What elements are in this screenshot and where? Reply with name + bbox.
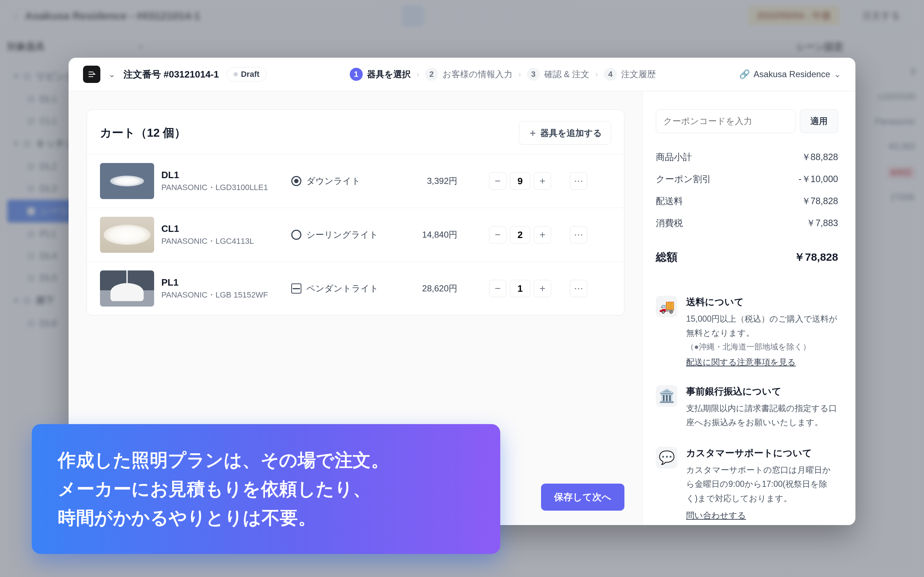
qty-input[interactable] bbox=[510, 280, 530, 297]
chevron-right-icon: › bbox=[417, 69, 419, 79]
item-code: CL1 bbox=[162, 223, 284, 234]
qty-input[interactable] bbox=[510, 226, 530, 243]
qty-increase-button[interactable]: + bbox=[534, 226, 551, 243]
summary-value: ￥7,883 bbox=[806, 217, 838, 229]
status-dot-icon bbox=[234, 72, 238, 76]
summary-value: ￥78,828 bbox=[802, 195, 838, 207]
item-code: PL1 bbox=[162, 277, 284, 288]
step-indicator: 1 器具を選択 › 2 お客様の情報入力 › 3 確認 & 注文 › 4 注文履… bbox=[350, 68, 656, 81]
more-options-button[interactable]: ⋯ bbox=[570, 226, 587, 243]
product-thumbnail bbox=[100, 163, 154, 199]
product-thumbnail bbox=[100, 217, 154, 253]
ceilinglight-icon bbox=[291, 230, 301, 240]
chevron-down-icon[interactable]: ⌄ bbox=[108, 69, 115, 79]
promo-line: 時間がかかるやりとりは不要。 bbox=[58, 503, 474, 532]
more-options-button[interactable]: ⋯ bbox=[570, 280, 587, 297]
promo-line: メーカーにお見積もりを依頼したり、 bbox=[58, 475, 474, 503]
product-thumbnail bbox=[100, 271, 154, 306]
item-type: ペンダントライト bbox=[307, 283, 379, 294]
pendantlight-icon bbox=[291, 284, 301, 293]
downlight-icon bbox=[291, 176, 301, 186]
truck-icon: 🚚 bbox=[656, 296, 677, 318]
summary-label: 配送料 bbox=[656, 195, 683, 207]
chevron-right-icon: › bbox=[518, 69, 521, 79]
quantity-stepper: − + bbox=[465, 172, 551, 190]
summary-label: 商品小計 bbox=[656, 151, 692, 163]
info-shipping: 🚚 送料について 15,000円以上（税込）のご購入で送料が無料となります。 （… bbox=[656, 287, 838, 377]
more-options-button[interactable]: ⋯ bbox=[570, 172, 587, 190]
summary-label: 消費税 bbox=[656, 217, 683, 229]
total-label: 総額 bbox=[656, 250, 677, 265]
promo-line: 作成した照明プランは、その場で注文。 bbox=[58, 446, 474, 475]
item-model: PANASONIC・LGD3100LLE1 bbox=[162, 182, 284, 193]
total-value: ￥78,828 bbox=[794, 250, 838, 265]
item-type: シーリングライト bbox=[307, 229, 378, 240]
quantity-stepper: − + bbox=[465, 280, 551, 297]
step-1[interactable]: 1 器具を選択 bbox=[350, 68, 411, 81]
qty-decrease-button[interactable]: − bbox=[489, 172, 506, 190]
item-model: PANASONIC・LGC4113L bbox=[162, 236, 284, 247]
cart-row: CL1 PANASONIC・LGC4113L シーリングライト 14,840円 … bbox=[87, 208, 624, 261]
promo-callout: 作成した照明プランは、その場で注文。 メーカーにお見積もりを依頼したり、 時間が… bbox=[32, 424, 500, 554]
price-summary: 商品小計 ￥88,828 クーポン割引 -￥10,000 配送料 ￥78,828… bbox=[656, 146, 838, 270]
qty-decrease-button[interactable]: − bbox=[489, 280, 506, 297]
app-logo-icon bbox=[83, 66, 100, 83]
project-link[interactable]: 🔗 Asakusa Residence ⌄ bbox=[739, 69, 841, 79]
qty-increase-button[interactable]: + bbox=[534, 280, 551, 297]
cart-row: PL1 PANASONIC・LGB 15152WF ペンダントライト 28,62… bbox=[87, 261, 624, 315]
info-bank: 🏛️ 事前銀行振込について 支払期限以内に請求書記載の指定する口座へお振込みをお… bbox=[656, 377, 838, 438]
item-model: PANASONIC・LGB 15152WF bbox=[162, 290, 284, 300]
contact-link[interactable]: 問い合わせする bbox=[686, 510, 746, 521]
item-price: 3,392円 bbox=[393, 175, 457, 187]
summary-value: -￥10,000 bbox=[798, 173, 838, 185]
apply-coupon-button[interactable]: 適用 bbox=[800, 109, 838, 133]
qty-input[interactable] bbox=[510, 172, 530, 190]
coupon-input[interactable] bbox=[656, 109, 795, 133]
info-support: 💬 カスタマーサポートについて カスタマーサポートの窓口は月曜日から金曜日の9:… bbox=[656, 438, 838, 525]
chat-icon: 💬 bbox=[656, 447, 677, 469]
step-2[interactable]: 2 お客様の情報入力 bbox=[425, 68, 512, 81]
status-badge: Draft bbox=[227, 67, 266, 82]
qty-increase-button[interactable]: + bbox=[534, 172, 551, 190]
quantity-stepper: − + bbox=[465, 226, 551, 243]
save-next-button[interactable]: 保存して次へ bbox=[541, 484, 624, 511]
plus-icon: ＋ bbox=[528, 127, 538, 139]
add-fixture-button[interactable]: ＋ 器具を追加する bbox=[519, 121, 611, 145]
cart-row: DL1 PANASONIC・LGD3100LLE1 ダウンライト 3,392円 … bbox=[87, 154, 624, 208]
shipping-details-link[interactable]: 配送に関する注意事項を見る bbox=[686, 357, 796, 368]
item-type: ダウンライト bbox=[307, 175, 360, 187]
step-3[interactable]: 3 確認 & 注文 bbox=[527, 68, 590, 81]
chevron-down-icon: ⌄ bbox=[834, 69, 841, 79]
summary-label: クーポン割引 bbox=[656, 173, 711, 185]
chevron-right-icon: › bbox=[595, 69, 598, 79]
link-icon: 🔗 bbox=[739, 69, 750, 79]
cart-card: カート（12 個） ＋ 器具を追加する DL1 PANASONIC・LGD310… bbox=[87, 109, 624, 316]
summary-value: ￥88,828 bbox=[802, 151, 838, 163]
item-price: 28,620円 bbox=[393, 283, 457, 294]
cart-title: カート（12 個） bbox=[100, 125, 186, 141]
order-number: 注文番号 #03121014-1 bbox=[123, 68, 219, 81]
qty-decrease-button[interactable]: − bbox=[489, 226, 506, 243]
item-price: 14,840円 bbox=[393, 229, 457, 240]
modal-header: ⌄ 注文番号 #03121014-1 Draft 1 器具を選択 › 2 お客様… bbox=[69, 58, 855, 91]
bank-icon: 🏛️ bbox=[656, 385, 677, 407]
step-4[interactable]: 4 注文履歴 bbox=[604, 68, 656, 81]
item-code: DL1 bbox=[162, 169, 284, 181]
